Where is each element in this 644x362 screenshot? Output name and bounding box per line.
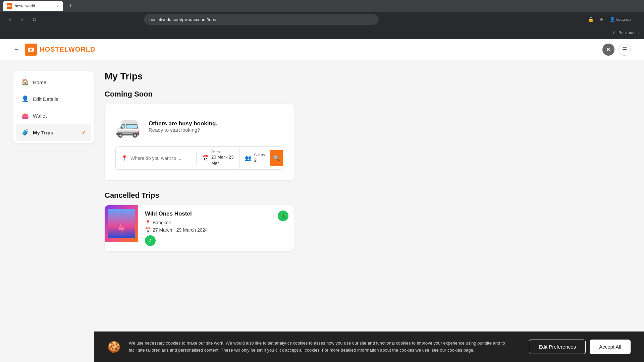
dates-content: Dates 20 Mar - 23 Mar bbox=[211, 150, 234, 166]
coming-soon-card: 🚐 Others are busy booking. Ready to star… bbox=[105, 104, 294, 180]
trip-guest-avatar: J bbox=[145, 235, 156, 246]
search-input[interactable] bbox=[130, 156, 191, 161]
hostelworld-logo-svg bbox=[27, 46, 35, 54]
trip-card[interactable]: 🦩 🐉 Wild Ones Hostel 📍 Bangkok bbox=[105, 205, 294, 251]
accept-all-button[interactable]: Accept All bbox=[590, 340, 631, 354]
forward-nav-button[interactable]: › bbox=[17, 15, 27, 24]
tab-title: hostelworld bbox=[15, 4, 54, 8]
sidebar-trips-label: My Trips bbox=[33, 130, 53, 135]
dates-value: 20 Mar - 23 Mar bbox=[211, 155, 233, 166]
location-pin-icon: 📍 bbox=[121, 155, 128, 161]
edit-preferences-button[interactable]: Edit Preferences bbox=[529, 340, 586, 354]
search-button[interactable]: 🔍 bbox=[270, 150, 283, 166]
trip-name: Wild Ones Hostel bbox=[145, 210, 287, 217]
page-title: My Trips bbox=[105, 71, 294, 82]
calendar-icon: 📅 bbox=[202, 155, 209, 161]
sidebar-item-my-trips[interactable]: 🧳 My Trips ✓ bbox=[16, 124, 91, 141]
wallet-icon: 👛 bbox=[21, 112, 29, 119]
logo-text: HOSTELWORLD bbox=[40, 46, 96, 53]
sidebar-edit-label: Edit Details bbox=[33, 96, 58, 102]
address-text: hostelworld.com/pwa/account/trips bbox=[149, 17, 373, 22]
person-icon: 👤 bbox=[21, 95, 29, 103]
tab-favicon: hw bbox=[7, 3, 12, 9]
search-location-field[interactable]: 📍 bbox=[116, 152, 197, 165]
trip-details: 🐉 Wild Ones Hostel 📍 Bangkok 📅 27 March … bbox=[138, 205, 294, 251]
trip-location: 📍 Bangkok bbox=[145, 220, 287, 225]
sidebar-item-home[interactable]: 🏠 Home bbox=[16, 74, 91, 90]
new-tab-button[interactable]: + bbox=[66, 1, 75, 11]
trip-verified-badge: 🐉 bbox=[278, 210, 288, 221]
coming-soon-title: Coming Soon bbox=[105, 90, 294, 99]
browser-chrome: hw hostelworld × + bbox=[0, 0, 644, 12]
home-icon: 🏠 bbox=[21, 78, 29, 86]
search-dates-field[interactable]: 📅 Dates 20 Mar - 23 Mar bbox=[197, 147, 239, 169]
shield-icon[interactable]: 🔒 bbox=[586, 15, 596, 24]
search-bar: 📍 📅 Dates 20 Mar - 23 Mar 👥 bbox=[115, 146, 283, 170]
promo-title: Others are busy booking. bbox=[149, 120, 217, 127]
sidebar-item-edit-details[interactable]: 👤 Edit Details bbox=[16, 90, 91, 107]
cancelled-trips-title: Cancelled Trips bbox=[105, 191, 294, 200]
app-header: ← HOSTELWORLD S ☰ bbox=[0, 39, 644, 60]
reload-button[interactable]: ↻ bbox=[30, 15, 39, 24]
trip-image-inner: 🦩 bbox=[105, 205, 138, 242]
coming-soon-content: 🚐 Others are busy booking. Ready to star… bbox=[115, 115, 283, 138]
sidebar-wallet-label: Wallet bbox=[33, 113, 47, 119]
guests-value: 2 bbox=[254, 158, 257, 163]
sidebar: 🏠 Home 👤 Edit Details 👛 Wallet 🧳 My Trip… bbox=[13, 71, 94, 351]
trip-calendar-icon: 📅 bbox=[145, 227, 151, 233]
bookmark-icon[interactable]: ★ bbox=[597, 15, 606, 24]
trip-location-text: Bangkok bbox=[153, 220, 171, 225]
verified-icon: 🐉 bbox=[280, 213, 286, 219]
tab-close-button[interactable]: × bbox=[56, 3, 59, 9]
trip-dates-text: 27 March - 29 March 2024 bbox=[153, 227, 208, 233]
back-nav-button[interactable]: ‹ bbox=[5, 15, 15, 24]
cancelled-trips-section: Cancelled Trips 🦩 🐉 bbox=[105, 191, 294, 251]
incognito-label: Incognito bbox=[619, 15, 628, 24]
sidebar-item-wallet[interactable]: 👛 Wallet bbox=[16, 107, 91, 124]
dates-label: Dates bbox=[211, 150, 234, 154]
trip-dates: 📅 27 March - 29 March 2024 bbox=[145, 227, 287, 233]
browser-toolbar: ‹ › ↻ hostelworld.com/pwa/account/trips … bbox=[0, 12, 644, 27]
promo-subtitle: Ready to start looking? bbox=[149, 127, 217, 133]
browser-actions: 🔒 ★ 👤 Incognito ⋮ bbox=[586, 15, 639, 24]
location-icon: 📍 bbox=[145, 220, 151, 225]
trip-image: 🦩 bbox=[105, 205, 138, 242]
svg-point-1 bbox=[30, 49, 32, 51]
page-content: My Trips Coming Soon 🚐 Others are busy b… bbox=[105, 71, 294, 351]
search-guests-field[interactable]: 👥 Guests 2 bbox=[239, 150, 270, 166]
cookie-icon: 🍪 bbox=[107, 341, 121, 353]
logo: HOSTELWORLD bbox=[25, 44, 96, 56]
cookie-banner: 🍪 We use necessary cookies to make our s… bbox=[94, 331, 644, 362]
header-left: ← HOSTELWORLD bbox=[13, 44, 96, 56]
browser-tab[interactable]: hw hostelworld × bbox=[3, 1, 63, 11]
more-options-button[interactable]: ⋮ bbox=[629, 15, 639, 24]
guests-icon: 👥 bbox=[245, 155, 252, 161]
coming-soon-text: Others are busy booking. Ready to start … bbox=[149, 120, 217, 133]
header-right: S ☰ bbox=[602, 44, 631, 56]
van-illustration: 🚐 bbox=[115, 115, 141, 138]
cookie-buttons: Edit Preferences Accept All bbox=[529, 340, 631, 354]
guests-content: Guests 2 bbox=[254, 153, 265, 163]
bookmarks-label: All Bookmarks bbox=[613, 31, 639, 35]
address-bar[interactable]: hostelworld.com/pwa/account/trips bbox=[144, 14, 379, 25]
back-button[interactable]: ← bbox=[13, 46, 19, 53]
guests-label: Guests bbox=[254, 153, 265, 157]
cookie-text: We use necessary cookies to make our sit… bbox=[129, 340, 521, 354]
hamburger-menu-button[interactable]: ☰ bbox=[619, 44, 631, 56]
sidebar-home-label: Home bbox=[33, 79, 46, 85]
logo-icon bbox=[25, 44, 37, 56]
main-content: 🏠 Home 👤 Edit Details 👛 Wallet 🧳 My Trip… bbox=[0, 60, 307, 362]
sidebar-menu: 🏠 Home 👤 Edit Details 👛 Wallet 🧳 My Trip… bbox=[13, 71, 94, 143]
user-avatar[interactable]: S bbox=[602, 44, 614, 56]
trips-icon: 🧳 bbox=[21, 129, 29, 136]
checkmark-icon: ✓ bbox=[82, 129, 86, 136]
coming-soon-section: Coming Soon 🚐 Others are busy booking. R… bbox=[105, 90, 294, 180]
bookmarks-bar: All Bookmarks bbox=[0, 27, 644, 39]
